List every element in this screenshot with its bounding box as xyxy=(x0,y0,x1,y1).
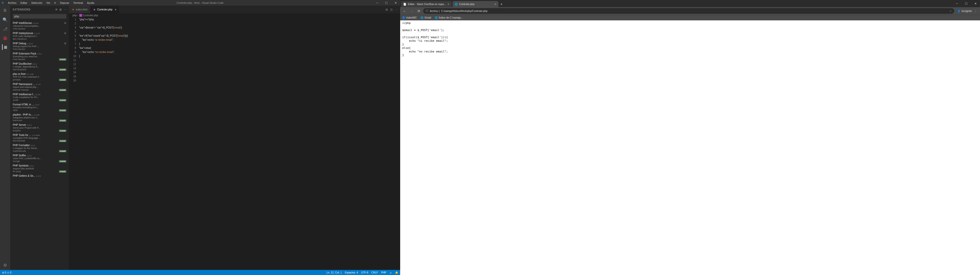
extensions-icon[interactable]: ⊞ xyxy=(2,44,8,50)
browser-tabs: 📄 Editar - Stack Overflow en espa... ✕ 🌐… xyxy=(400,0,980,7)
extension-item[interactable]: Format HTML in ...1.5.3 Provides formatt… xyxy=(10,102,69,112)
extension-item[interactable]: PHP Getters & Se...1.2.3 xyxy=(10,174,69,179)
extension-item[interactable]: PHP Server2.4.5 Serve your Project with … xyxy=(10,122,69,133)
more-icon[interactable]: ⋯ xyxy=(64,8,67,11)
status-encoding[interactable]: UTF-8 xyxy=(361,271,368,274)
address-url: C:/xampp/htdocs/hhck/php/Controler.php xyxy=(441,9,487,13)
code-content[interactable]: "php"><?php "var">$email = "var">$_POST[… xyxy=(79,17,400,270)
breadcrumb[interactable]: php › 🟪 Controler.php xyxy=(69,13,400,17)
status-position[interactable]: Ln. 12, Col. 1 xyxy=(327,271,342,274)
menu-ver[interactable]: Ver xyxy=(45,1,52,5)
bookmark-icon: 🌐 xyxy=(434,16,438,19)
debug-icon[interactable]: 🐞 xyxy=(2,35,8,41)
search-icon[interactable]: 🔍 xyxy=(2,17,8,22)
incognito-icon: 👤 xyxy=(957,9,960,13)
extension-item[interactable]: phpfmt - PHP fo...1.0.30 Integrates phpf… xyxy=(10,112,69,122)
extension-item[interactable]: PHP IntelliSense2.3.14 Advanced Autocomp… xyxy=(10,21,69,31)
bookmark-icon: 🔵 xyxy=(402,16,405,19)
explorer-icon[interactable]: 🗎 xyxy=(2,8,8,13)
window-controls: ─ ☐ ✕ xyxy=(372,0,400,6)
status-eol[interactable]: CRLF xyxy=(371,271,378,274)
vscode-body: 🗎 🔍 ⎇ 🐞 ⊞ ⚙ EXTENSIONS ⟳ ⊟ ⋯ PHP Intelli… xyxy=(0,6,400,270)
browser-tab-stackoverflow[interactable]: 📄 Editar - Stack Overflow en espa... ✕ xyxy=(401,1,452,7)
extension-item[interactable]: PHP Symbols2.1.0 support php symbolslin-… xyxy=(10,163,69,174)
source-control-icon[interactable]: ⎇ xyxy=(2,26,8,32)
settings-icon[interactable]: ⚙ xyxy=(2,262,8,268)
minimize-button[interactable]: ─ xyxy=(953,0,962,7)
close-button[interactable]: ✕ xyxy=(971,0,980,7)
sidebar-title: EXTENSIONS xyxy=(13,8,30,11)
filter-icon[interactable]: ⟳ xyxy=(56,8,58,11)
menu-editar[interactable]: Editar xyxy=(19,1,29,5)
tab-actions: ⊞ ◫ ⋯ xyxy=(383,8,400,11)
php-icon: ◉ xyxy=(93,8,96,11)
tab-controler-php[interactable]: ◉ Controler.php ● xyxy=(90,6,119,13)
browser-page-content[interactable]: </php $email = $_POST['email']; if(isset… xyxy=(400,21,980,275)
incognito-badge[interactable]: 👤 Incógnito ⋮ xyxy=(956,9,978,13)
extension-item[interactable]: PHP Sniffer1.2.3 Uses PHP_CodeSniffer to… xyxy=(10,153,69,163)
extensions-list[interactable]: PHP IntelliSense2.3.14 Advanced Autocomp… xyxy=(10,21,69,270)
menu-terminal[interactable]: Terminal xyxy=(72,1,85,5)
menu-ir[interactable]: Ir xyxy=(52,1,58,5)
tab-title: Controler.php xyxy=(459,3,474,6)
back-button[interactable]: ← xyxy=(402,8,407,14)
menu-archivo[interactable]: Archivo xyxy=(6,1,18,5)
bookmark-icon: 🌐 xyxy=(420,16,423,19)
extension-item[interactable]: php cs fixer0.1.138 PHP CS Fixer extensi… xyxy=(10,71,69,82)
menu-depurar[interactable]: Depurar xyxy=(58,1,71,5)
extension-item[interactable]: PHP DocBlocker2.0.1 A simple, dependency… xyxy=(10,62,69,71)
clear-icon[interactable]: ⊟ xyxy=(59,8,62,11)
extension-search xyxy=(10,13,69,21)
code-editor[interactable]: 12345678910111213141516 "php"><?php "var… xyxy=(69,17,400,270)
status-feedback[interactable]: ☺ xyxy=(390,271,392,274)
menu-ayuda[interactable]: Ayuda xyxy=(85,1,96,5)
close-button[interactable]: ✕ xyxy=(391,0,400,6)
status-bell[interactable]: 🔔 xyxy=(395,271,398,274)
close-icon[interactable]: ✕ xyxy=(494,3,496,6)
editor-area: ◈ index.html ◉ Controler.php ● ⊞ ◫ ⋯ php… xyxy=(69,6,400,270)
menu-seleccion[interactable]: Selección xyxy=(29,1,44,5)
titlebar: ⧉ Archivo Editar Selección Ver Ir Depura… xyxy=(0,0,400,6)
address-bar[interactable]: ⓘ Archivo | C:/xampp/htdocs/hhck/php/Con… xyxy=(423,8,954,14)
favicon: 📄 xyxy=(403,3,406,6)
maximize-button[interactable]: ☐ xyxy=(962,0,971,7)
maximize-button[interactable]: ☐ xyxy=(382,0,391,6)
star-icon[interactable]: ☆ xyxy=(950,9,952,13)
info-icon[interactable]: ⓘ xyxy=(426,9,428,13)
extension-item[interactable]: PHP Extension Pack1.0.2 Everything you n… xyxy=(10,51,69,62)
vscode-window: ⧉ Archivo Editar Selección Ver Ir Depura… xyxy=(0,0,400,275)
line-gutter: 12345678910111213141516 xyxy=(69,17,79,270)
compare-icon[interactable]: ◫ xyxy=(390,8,393,11)
bookmark-xampp-index[interactable]: 🌐 Índice de C:/xampp... xyxy=(434,16,463,19)
bookmark-gmail[interactable]: 🌐 Gmail xyxy=(420,16,431,19)
extension-item[interactable]: PHP Formatter0.2.4 A wrapper for the Sen… xyxy=(10,143,69,153)
forward-button[interactable]: → xyxy=(409,8,414,14)
reload-button[interactable]: ⟳ xyxy=(416,8,422,14)
extension-item[interactable]: PHP Tools for ...1.0.4394 Complete PHP l… xyxy=(10,133,69,143)
bookmark-label: Índice de C:/xampp... xyxy=(439,16,463,19)
activity-bar: 🗎 🔍 ⎇ 🐞 ⊞ ⚙ xyxy=(0,6,10,270)
close-icon[interactable]: ✕ xyxy=(447,3,449,6)
extension-item[interactable]: PHP Debug1.13.0 Debug support for PHP ..… xyxy=(10,41,69,51)
status-spaces[interactable]: Espacios: 4 xyxy=(345,271,358,274)
tab-title: Editar - Stack Overflow en espa... xyxy=(408,3,446,6)
split-icon[interactable]: ⊞ xyxy=(386,8,388,11)
extension-item[interactable]: PHP Intelephense1.2.13 PHP code intellig… xyxy=(10,31,69,41)
more-icon[interactable]: ⋯ xyxy=(395,8,398,11)
close-icon[interactable]: ● xyxy=(115,8,117,11)
window-title: Controler.php - hhck - Visual Studio Cod… xyxy=(177,2,224,4)
bookmark-label: IndexWC xyxy=(406,16,417,19)
incognito-label: Incógnito xyxy=(961,9,972,13)
extension-item[interactable]: PHP Intellisense f...0.3.6 Code completi… xyxy=(10,92,69,102)
status-problems[interactable]: ⊘ 0 ⚠ 0 xyxy=(2,271,11,274)
status-language[interactable]: PHP xyxy=(381,271,387,274)
bookmark-indexwc[interactable]: 🔵 IndexWC xyxy=(402,16,417,19)
extension-search-input[interactable] xyxy=(13,14,66,19)
browser-tab-controler[interactable]: 🌐 Controler.php ✕ xyxy=(452,1,498,7)
extension-item[interactable]: PHP Namespace ...1.1.0 Import and expand… xyxy=(10,82,69,92)
tab-index-html[interactable]: ◈ index.html xyxy=(69,6,90,13)
new-tab-button[interactable]: + xyxy=(498,1,504,7)
editor-tabs: ◈ index.html ◉ Controler.php ● ⊞ ◫ ⋯ xyxy=(69,6,400,13)
address-bar-row: ← → ⟳ ⓘ Archivo | C:/xampp/htdocs/hhck/p… xyxy=(400,7,980,15)
minimize-button[interactable]: ─ xyxy=(372,0,382,6)
